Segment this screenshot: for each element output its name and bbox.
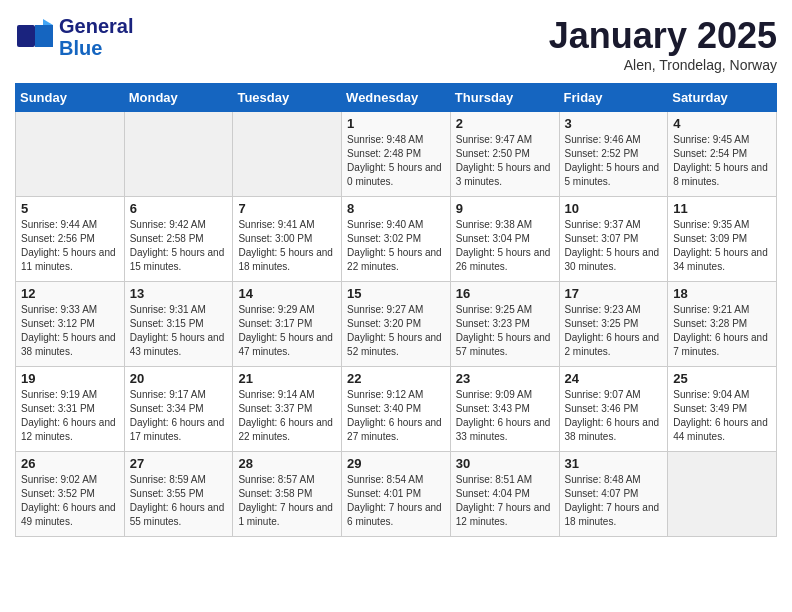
calendar-cell: 26Sunrise: 9:02 AMSunset: 3:52 PMDayligh… xyxy=(16,452,125,537)
calendar-cell: 8Sunrise: 9:40 AMSunset: 3:02 PMDaylight… xyxy=(342,197,451,282)
location: Alen, Trondelag, Norway xyxy=(549,57,777,73)
day-number: 17 xyxy=(565,286,663,301)
day-info: Sunrise: 9:23 AMSunset: 3:25 PMDaylight:… xyxy=(565,303,663,359)
day-info: Sunrise: 9:48 AMSunset: 2:48 PMDaylight:… xyxy=(347,133,445,189)
calendar-cell: 1Sunrise: 9:48 AMSunset: 2:48 PMDaylight… xyxy=(342,112,451,197)
calendar-cell: 28Sunrise: 8:57 AMSunset: 3:58 PMDayligh… xyxy=(233,452,342,537)
day-of-week-header: Wednesday xyxy=(342,84,451,112)
calendar-week-row: 1Sunrise: 9:48 AMSunset: 2:48 PMDaylight… xyxy=(16,112,777,197)
svg-marker-1 xyxy=(35,25,53,47)
day-number: 28 xyxy=(238,456,336,471)
calendar-cell: 31Sunrise: 8:48 AMSunset: 4:07 PMDayligh… xyxy=(559,452,668,537)
calendar-cell: 12Sunrise: 9:33 AMSunset: 3:12 PMDayligh… xyxy=(16,282,125,367)
day-info: Sunrise: 9:38 AMSunset: 3:04 PMDaylight:… xyxy=(456,218,554,274)
day-number: 6 xyxy=(130,201,228,216)
calendar-cell: 4Sunrise: 9:45 AMSunset: 2:54 PMDaylight… xyxy=(668,112,777,197)
day-number: 25 xyxy=(673,371,771,386)
calendar-cell: 11Sunrise: 9:35 AMSunset: 3:09 PMDayligh… xyxy=(668,197,777,282)
page-header: General Blue January 2025 Alen, Trondela… xyxy=(15,15,777,73)
day-number: 31 xyxy=(565,456,663,471)
calendar-cell xyxy=(124,112,233,197)
logo-general: General xyxy=(59,15,133,37)
day-info: Sunrise: 9:47 AMSunset: 2:50 PMDaylight:… xyxy=(456,133,554,189)
calendar-cell: 23Sunrise: 9:09 AMSunset: 3:43 PMDayligh… xyxy=(450,367,559,452)
day-number: 12 xyxy=(21,286,119,301)
calendar-cell: 19Sunrise: 9:19 AMSunset: 3:31 PMDayligh… xyxy=(16,367,125,452)
day-info: Sunrise: 9:07 AMSunset: 3:46 PMDaylight:… xyxy=(565,388,663,444)
day-info: Sunrise: 8:59 AMSunset: 3:55 PMDaylight:… xyxy=(130,473,228,529)
calendar-cell: 30Sunrise: 8:51 AMSunset: 4:04 PMDayligh… xyxy=(450,452,559,537)
calendar-cell: 18Sunrise: 9:21 AMSunset: 3:28 PMDayligh… xyxy=(668,282,777,367)
day-number: 3 xyxy=(565,116,663,131)
calendar-cell: 14Sunrise: 9:29 AMSunset: 3:17 PMDayligh… xyxy=(233,282,342,367)
day-info: Sunrise: 9:12 AMSunset: 3:40 PMDaylight:… xyxy=(347,388,445,444)
day-of-week-header: Friday xyxy=(559,84,668,112)
day-info: Sunrise: 9:45 AMSunset: 2:54 PMDaylight:… xyxy=(673,133,771,189)
day-number: 24 xyxy=(565,371,663,386)
day-info: Sunrise: 9:04 AMSunset: 3:49 PMDaylight:… xyxy=(673,388,771,444)
svg-rect-0 xyxy=(17,25,35,47)
calendar-cell xyxy=(16,112,125,197)
day-info: Sunrise: 9:25 AMSunset: 3:23 PMDaylight:… xyxy=(456,303,554,359)
day-number: 19 xyxy=(21,371,119,386)
calendar-cell: 29Sunrise: 8:54 AMSunset: 4:01 PMDayligh… xyxy=(342,452,451,537)
day-number: 10 xyxy=(565,201,663,216)
day-number: 8 xyxy=(347,201,445,216)
day-info: Sunrise: 9:09 AMSunset: 3:43 PMDaylight:… xyxy=(456,388,554,444)
calendar-week-row: 19Sunrise: 9:19 AMSunset: 3:31 PMDayligh… xyxy=(16,367,777,452)
day-number: 15 xyxy=(347,286,445,301)
calendar-cell: 3Sunrise: 9:46 AMSunset: 2:52 PMDaylight… xyxy=(559,112,668,197)
day-info: Sunrise: 9:35 AMSunset: 3:09 PMDaylight:… xyxy=(673,218,771,274)
day-number: 30 xyxy=(456,456,554,471)
day-info: Sunrise: 9:33 AMSunset: 3:12 PMDaylight:… xyxy=(21,303,119,359)
calendar-cell: 21Sunrise: 9:14 AMSunset: 3:37 PMDayligh… xyxy=(233,367,342,452)
day-number: 16 xyxy=(456,286,554,301)
day-number: 14 xyxy=(238,286,336,301)
day-info: Sunrise: 9:19 AMSunset: 3:31 PMDaylight:… xyxy=(21,388,119,444)
day-of-week-header: Sunday xyxy=(16,84,125,112)
calendar-cell xyxy=(668,452,777,537)
day-number: 2 xyxy=(456,116,554,131)
day-number: 1 xyxy=(347,116,445,131)
calendar-cell: 7Sunrise: 9:41 AMSunset: 3:00 PMDaylight… xyxy=(233,197,342,282)
day-info: Sunrise: 9:41 AMSunset: 3:00 PMDaylight:… xyxy=(238,218,336,274)
day-number: 11 xyxy=(673,201,771,216)
day-number: 23 xyxy=(456,371,554,386)
calendar-cell: 6Sunrise: 9:42 AMSunset: 2:58 PMDaylight… xyxy=(124,197,233,282)
day-of-week-header: Monday xyxy=(124,84,233,112)
day-info: Sunrise: 8:48 AMSunset: 4:07 PMDaylight:… xyxy=(565,473,663,529)
day-of-week-header: Saturday xyxy=(668,84,777,112)
calendar-cell: 13Sunrise: 9:31 AMSunset: 3:15 PMDayligh… xyxy=(124,282,233,367)
day-info: Sunrise: 8:57 AMSunset: 3:58 PMDaylight:… xyxy=(238,473,336,529)
day-info: Sunrise: 8:51 AMSunset: 4:04 PMDaylight:… xyxy=(456,473,554,529)
calendar-cell xyxy=(233,112,342,197)
day-info: Sunrise: 9:27 AMSunset: 3:20 PMDaylight:… xyxy=(347,303,445,359)
day-number: 4 xyxy=(673,116,771,131)
day-info: Sunrise: 9:31 AMSunset: 3:15 PMDaylight:… xyxy=(130,303,228,359)
svg-marker-2 xyxy=(43,19,53,25)
day-info: Sunrise: 9:44 AMSunset: 2:56 PMDaylight:… xyxy=(21,218,119,274)
calendar-cell: 9Sunrise: 9:38 AMSunset: 3:04 PMDaylight… xyxy=(450,197,559,282)
month-title: January 2025 xyxy=(549,15,777,57)
day-info: Sunrise: 9:17 AMSunset: 3:34 PMDaylight:… xyxy=(130,388,228,444)
day-of-week-header: Tuesday xyxy=(233,84,342,112)
day-info: Sunrise: 9:40 AMSunset: 3:02 PMDaylight:… xyxy=(347,218,445,274)
calendar-cell: 22Sunrise: 9:12 AMSunset: 3:40 PMDayligh… xyxy=(342,367,451,452)
title-block: January 2025 Alen, Trondelag, Norway xyxy=(549,15,777,73)
day-number: 27 xyxy=(130,456,228,471)
day-number: 7 xyxy=(238,201,336,216)
day-number: 20 xyxy=(130,371,228,386)
calendar-week-row: 12Sunrise: 9:33 AMSunset: 3:12 PMDayligh… xyxy=(16,282,777,367)
day-info: Sunrise: 9:46 AMSunset: 2:52 PMDaylight:… xyxy=(565,133,663,189)
calendar-week-row: 5Sunrise: 9:44 AMSunset: 2:56 PMDaylight… xyxy=(16,197,777,282)
calendar-cell: 15Sunrise: 9:27 AMSunset: 3:20 PMDayligh… xyxy=(342,282,451,367)
day-number: 26 xyxy=(21,456,119,471)
calendar-cell: 10Sunrise: 9:37 AMSunset: 3:07 PMDayligh… xyxy=(559,197,668,282)
day-number: 18 xyxy=(673,286,771,301)
calendar-header-row: SundayMondayTuesdayWednesdayThursdayFrid… xyxy=(16,84,777,112)
calendar-cell: 24Sunrise: 9:07 AMSunset: 3:46 PMDayligh… xyxy=(559,367,668,452)
day-info: Sunrise: 9:14 AMSunset: 3:37 PMDaylight:… xyxy=(238,388,336,444)
day-number: 22 xyxy=(347,371,445,386)
logo-icon xyxy=(15,17,55,57)
day-info: Sunrise: 9:42 AMSunset: 2:58 PMDaylight:… xyxy=(130,218,228,274)
